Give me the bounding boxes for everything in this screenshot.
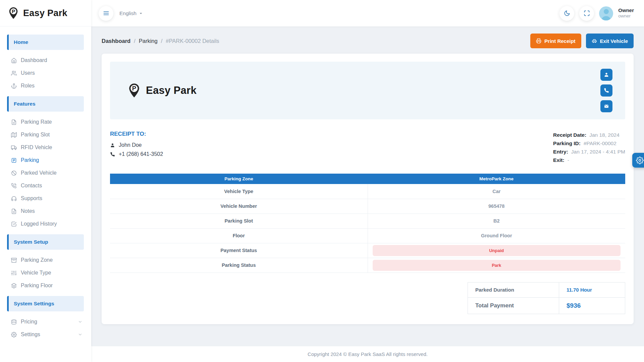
sidebar-item-rfid-vehicle[interactable]: RFID Vehicle	[0, 141, 91, 154]
payment-summary-table: Parked Duration11.70 HourTotal Payment$9…	[468, 282, 625, 314]
sidebar-item-pricing[interactable]: Pricing	[0, 315, 91, 328]
print-receipt-button[interactable]: Print Receipt	[530, 34, 581, 48]
content-area: Dashboard / Parking / #PARK-00002 Detail…	[91, 26, 644, 346]
topbar: English Owner owner	[91, 0, 644, 26]
customer-email-button[interactable]	[600, 100, 612, 112]
sidebar-section-system-setup: System Setup	[7, 234, 84, 250]
user-icon	[604, 72, 609, 77]
page-actions: Print Receipt Exit Vehicle	[530, 34, 634, 48]
exit-vehicle-button[interactable]: Exit Vehicle	[586, 34, 634, 48]
table-row: Vehicle TypeCar	[110, 184, 625, 199]
meta-label: Entry:	[553, 149, 568, 155]
table-row: Payment StatusUnpaid	[110, 243, 625, 258]
summary-value: $936	[567, 302, 581, 309]
fullscreen-button[interactable]	[579, 6, 594, 21]
breadcrumb-separator: /	[161, 38, 163, 44]
sidebar-item-parking-rate[interactable]: Parking Rate	[0, 116, 91, 128]
dark-mode-button[interactable]	[559, 6, 574, 21]
sidebar-item-label: Supports	[21, 195, 42, 201]
chevron-down-icon	[139, 11, 143, 15]
user-role: owner	[618, 13, 634, 19]
sidebar-item-label: Roles	[21, 83, 35, 89]
sidebar-item-vehicle-type[interactable]: Vehicle Type	[0, 266, 91, 279]
sidebar-item-notes[interactable]: Notes	[0, 205, 91, 218]
customer-name: John Doe	[119, 142, 142, 148]
status-badge: Unpaid	[373, 245, 621, 256]
menu-icon	[103, 10, 109, 16]
parking-icon	[11, 158, 17, 163]
user-block[interactable]: Owner owner	[618, 7, 634, 19]
topbar-right: Owner owner	[559, 6, 634, 21]
receipt-meta-row: Entry:Jan 17, 2024 - 4:41 PM	[553, 147, 625, 156]
summary-value: 11.70 Hour	[567, 287, 592, 293]
row-value: 965478	[488, 203, 504, 209]
breadcrumb-parking[interactable]: Parking	[139, 38, 158, 44]
receipt-meta-row: Exit:-	[553, 156, 625, 164]
row-label: Vehicle Type	[224, 189, 253, 194]
sidebar: P Easy Park HomeDashboardUsersRolesFeatu…	[0, 0, 91, 362]
sidebar-item-label: Settings	[21, 331, 40, 338]
map-icon	[11, 132, 17, 138]
sidebar-section-home: Home	[7, 35, 84, 50]
sidebar-item-parking-floor[interactable]: Parking Floor	[0, 279, 91, 292]
sidebar-item-parked-vehicle[interactable]: Parked Vehicle	[0, 167, 91, 179]
sidebar-item-settings[interactable]: Settings	[0, 328, 91, 341]
mail-icon	[604, 104, 609, 109]
phone-icon	[110, 152, 115, 157]
customer-phone: +1 (268) 641-3502	[119, 151, 163, 157]
sidebar-item-label: Notes	[21, 208, 35, 214]
meta-value: Jan 18, 2024	[589, 132, 620, 138]
sidebar-item-parking-slot[interactable]: Parking Slot	[0, 128, 91, 141]
sidebar-item-label: Dashboard	[21, 57, 47, 63]
sidebar-section-features: Features	[7, 96, 84, 112]
row-value: Car	[492, 189, 500, 194]
customer-profile-button[interactable]	[600, 69, 612, 81]
avatar[interactable]	[599, 6, 613, 20]
sidebar-item-supports[interactable]: Supports	[0, 192, 91, 205]
summary-label: Total Payment	[475, 302, 514, 309]
customer-call-button[interactable]	[600, 84, 612, 97]
meta-value: #PARK-00002	[584, 140, 616, 146]
sidebar-item-label: Parking	[21, 157, 39, 163]
brand-logo[interactable]: P Easy Park	[0, 0, 91, 26]
archive-icon	[11, 257, 17, 263]
language-selector[interactable]: English	[119, 10, 143, 16]
svg-text:P: P	[12, 8, 15, 14]
summary-row: Total Payment$936	[468, 297, 625, 314]
breadcrumb-row: Dashboard / Parking / #PARK-00002 Detail…	[102, 26, 634, 54]
row-label: Parking Status	[222, 262, 256, 268]
receipt-meta-row: Receipt Date:Jan 18, 2024	[553, 131, 625, 139]
headphones-icon	[11, 196, 17, 201]
sidebar-item-parking[interactable]: Parking	[0, 154, 91, 167]
sidebar-item-parking-zone[interactable]: Parking Zone	[0, 254, 91, 266]
status-badge: Park	[373, 260, 621, 271]
sidebar-item-roles[interactable]: Roles	[0, 79, 91, 92]
gear-icon	[636, 157, 644, 164]
main-column: English Owner owner Dashboa	[91, 0, 644, 362]
svg-text:P: P	[132, 85, 136, 92]
maximize-icon	[584, 10, 590, 16]
meta-label: Exit:	[553, 157, 565, 163]
row-value: B2	[493, 218, 500, 224]
car-icon	[592, 38, 597, 44]
sidebar-item-label: Parked Vehicle	[21, 170, 57, 176]
theme-settings-button[interactable]	[632, 153, 644, 168]
users-icon	[11, 70, 17, 76]
breadcrumb-separator: /	[134, 38, 136, 44]
breadcrumb-dashboard[interactable]: Dashboard	[102, 38, 130, 44]
menu-toggle-button[interactable]	[99, 6, 113, 21]
table-header-zone-label: Parking Zone	[110, 174, 368, 184]
summary-label: Parked Duration	[475, 287, 514, 293]
sidebar-item-users[interactable]: Users	[0, 67, 91, 79]
sidebar-section-system-settings: System Settings	[7, 296, 84, 311]
printer-icon	[536, 38, 541, 44]
breadcrumb-current: #PARK-00002 Details	[166, 38, 219, 44]
receipt-info-row: RECEIPT TO: John Doe +1 (268) 641-3502 R…	[110, 131, 625, 164]
customer-name-line: John Doe	[110, 142, 163, 148]
customer-phone-line: +1 (268) 641-3502	[110, 151, 163, 157]
sidebar-item-dashboard[interactable]: Dashboard	[0, 54, 91, 67]
sidebar-item-contacts[interactable]: Contacts	[0, 179, 91, 192]
user-name: Owner	[618, 7, 634, 14]
file-text-icon	[11, 208, 17, 214]
sidebar-item-logged-history[interactable]: Logged History	[0, 218, 91, 230]
